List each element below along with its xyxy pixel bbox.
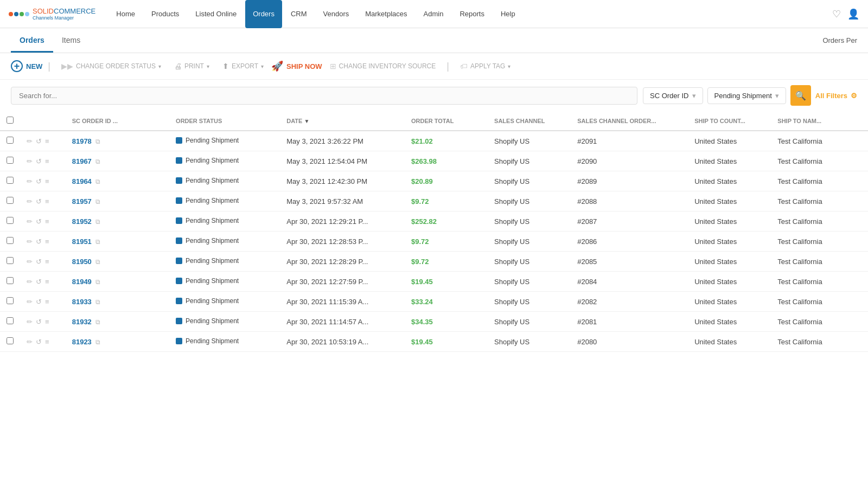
order-link[interactable]: 81923 — [72, 338, 92, 346]
history-icon[interactable]: ↺ — [36, 278, 42, 286]
search-button[interactable]: 🔍 — [790, 85, 811, 106]
list-icon[interactable]: ≡ — [45, 298, 49, 306]
copy-icon[interactable]: ⧉ — [95, 218, 100, 226]
nav-marketplaces[interactable]: Marketplaces — [358, 0, 414, 28]
copy-icon[interactable]: ⧉ — [95, 238, 100, 246]
nav-admin[interactable]: Admin — [416, 0, 451, 28]
copy-icon[interactable]: ⧉ — [95, 198, 100, 206]
order-link[interactable]: 81967 — [72, 157, 92, 165]
order-link[interactable]: 81952 — [72, 217, 92, 226]
row-ship-country: United States — [688, 171, 771, 191]
order-link[interactable]: 81951 — [72, 237, 92, 246]
list-icon[interactable]: ≡ — [45, 258, 49, 266]
order-id-filter[interactable]: SC Order ID ▾ — [643, 87, 703, 104]
history-icon[interactable]: ↺ — [36, 258, 42, 266]
row-checkbox[interactable] — [7, 177, 14, 184]
edit-icon[interactable]: ✏ — [27, 278, 33, 286]
copy-icon[interactable]: ⧉ — [95, 138, 100, 145]
order-link[interactable]: 81978 — [72, 137, 92, 145]
heart-icon[interactable]: ♡ — [832, 8, 841, 20]
copy-icon[interactable]: ⧉ — [95, 278, 100, 286]
nav-crm[interactable]: CRM — [283, 0, 315, 28]
user-icon[interactable]: 👤 — [847, 8, 859, 20]
tab-orders[interactable]: Orders — [11, 28, 53, 53]
nav-home[interactable]: Home — [108, 0, 143, 28]
list-icon[interactable]: ≡ — [45, 338, 49, 346]
copy-icon[interactable]: ⧉ — [95, 158, 100, 165]
edit-icon[interactable]: ✏ — [27, 318, 33, 326]
apply-tag-button[interactable]: 🏷 APPLY TAG ▾ — [455, 59, 516, 74]
order-link[interactable]: 81964 — [72, 177, 92, 185]
list-icon[interactable]: ≡ — [45, 197, 49, 206]
history-icon[interactable]: ↺ — [36, 298, 42, 306]
row-checkbox[interactable] — [7, 217, 14, 224]
nav-vendors[interactable]: Vendors — [316, 0, 357, 28]
export-button[interactable]: ⬆ EXPORT ▾ — [217, 59, 269, 74]
nav-help[interactable]: Help — [493, 0, 523, 28]
history-icon[interactable]: ↺ — [36, 338, 42, 346]
print-button[interactable]: 🖨 PRINT ▾ — [169, 59, 215, 74]
edit-icon[interactable]: ✏ — [27, 137, 33, 145]
row-channel-order: #2088 — [571, 191, 688, 211]
nav-orders[interactable]: Orders — [245, 0, 282, 28]
list-icon[interactable]: ≡ — [45, 137, 49, 145]
copy-icon[interactable]: ⧉ — [95, 318, 100, 326]
new-button[interactable]: + NEW — [11, 60, 42, 72]
row-checkbox[interactable] — [7, 257, 14, 264]
order-link[interactable]: 81950 — [72, 258, 92, 266]
row-checkbox[interactable] — [7, 137, 14, 144]
copy-icon[interactable]: ⧉ — [95, 338, 100, 346]
th-date[interactable]: DATE ▼ — [280, 111, 405, 131]
order-link[interactable]: 81957 — [72, 197, 92, 206]
copy-icon[interactable]: ⧉ — [95, 298, 100, 306]
row-status: Pending Shipment — [169, 312, 280, 332]
copy-icon[interactable]: ⧉ — [95, 258, 100, 266]
select-all-checkbox[interactable] — [7, 117, 14, 124]
row-ship-name: Test California — [771, 131, 868, 151]
edit-icon[interactable]: ✏ — [27, 258, 33, 266]
history-icon[interactable]: ↺ — [36, 318, 42, 326]
search-input[interactable] — [11, 87, 637, 105]
edit-icon[interactable]: ✏ — [27, 157, 33, 165]
row-checkbox[interactable] — [7, 337, 14, 344]
all-filters-button[interactable]: All Filters ⚙ — [815, 92, 857, 100]
nav-listed-online[interactable]: Listed Online — [188, 0, 244, 28]
order-link[interactable]: 81932 — [72, 318, 92, 326]
edit-icon[interactable]: ✏ — [27, 338, 33, 346]
list-icon[interactable]: ≡ — [45, 177, 49, 185]
change-order-status-button[interactable]: ▶▶ CHANGE ORDER STATUS ▾ — [56, 59, 167, 74]
copy-icon[interactable]: ⧉ — [95, 178, 100, 185]
tab-items[interactable]: Items — [53, 28, 89, 53]
nav-products[interactable]: Products — [144, 0, 187, 28]
row-checkbox-cell — [0, 151, 20, 171]
history-icon[interactable]: ↺ — [36, 157, 42, 165]
row-checkbox[interactable] — [7, 237, 14, 244]
history-icon[interactable]: ↺ — [36, 197, 42, 206]
order-link[interactable]: 81933 — [72, 298, 92, 306]
ship-now-button[interactable]: 🚀 SHIP NOW — [271, 60, 322, 72]
history-icon[interactable]: ↺ — [36, 237, 42, 246]
list-icon[interactable]: ≡ — [45, 278, 49, 286]
row-checkbox[interactable] — [7, 297, 14, 304]
row-checkbox[interactable] — [7, 157, 14, 164]
history-icon[interactable]: ↺ — [36, 137, 42, 145]
history-icon[interactable]: ↺ — [36, 177, 42, 185]
edit-icon[interactable]: ✏ — [27, 197, 33, 206]
list-icon[interactable]: ≡ — [45, 318, 49, 326]
edit-icon[interactable]: ✏ — [27, 298, 33, 306]
order-link[interactable]: 81949 — [72, 278, 92, 286]
list-icon[interactable]: ≡ — [45, 237, 49, 246]
list-icon[interactable]: ≡ — [45, 217, 49, 226]
edit-icon[interactable]: ✏ — [27, 217, 33, 226]
row-checkbox[interactable] — [7, 277, 14, 284]
edit-icon[interactable]: ✏ — [27, 237, 33, 246]
row-checkbox[interactable] — [7, 317, 14, 324]
edit-icon[interactable]: ✏ — [27, 177, 33, 185]
change-inventory-button[interactable]: ⊞ CHANGE INVENTORY SOURCE — [324, 59, 442, 74]
list-icon[interactable]: ≡ — [45, 157, 49, 165]
row-date: Apr 30, 2021 12:29:21 P... — [280, 211, 405, 232]
row-checkbox[interactable] — [7, 197, 14, 204]
status-filter[interactable]: Pending Shipment ▾ — [707, 87, 786, 104]
history-icon[interactable]: ↺ — [36, 217, 42, 226]
nav-reports[interactable]: Reports — [452, 0, 492, 28]
